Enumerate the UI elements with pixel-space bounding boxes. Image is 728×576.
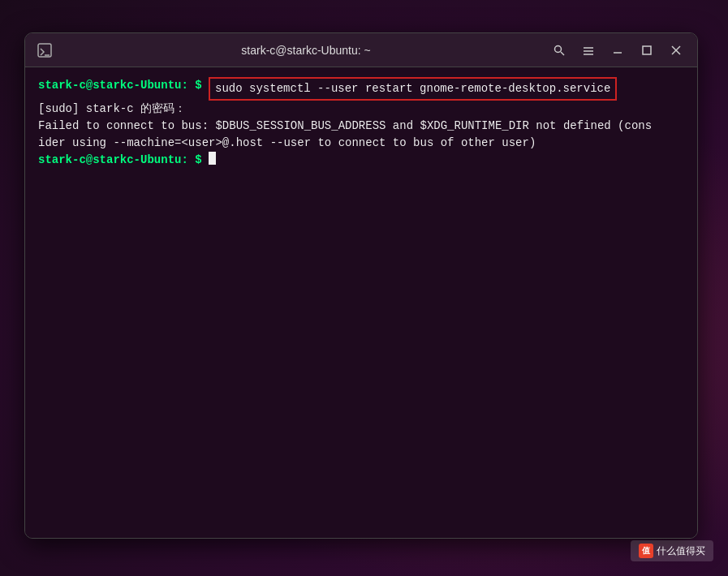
watermark: 值 什么值得买 <box>631 540 713 561</box>
command-line-1: stark-c@starkc-Ubuntu: $ sudo systemctl … <box>38 77 684 101</box>
error-line-2: ider using --machine=<user>@.host --user… <box>38 135 684 152</box>
prompt-1: stark-c@starkc-Ubuntu: $ <box>38 77 202 94</box>
menu-button[interactable] <box>575 39 601 62</box>
error-text-1: Failed to connect to bus: $DBUS_SESSION_… <box>38 119 652 132</box>
prompt-2: stark-c@starkc-Ubuntu: $ <box>38 152 202 169</box>
title-bar-left <box>33 39 66 62</box>
window-title: stark-c@starkc-Ubuntu: ~ <box>66 44 546 57</box>
cursor <box>209 152 216 165</box>
svg-point-2 <box>555 45 562 52</box>
search-button[interactable] <box>546 39 572 62</box>
close-button[interactable] <box>663 39 689 62</box>
command-highlight: sudo systemctl --user restart gnome-remo… <box>209 77 617 101</box>
terminal-body[interactable]: stark-c@starkc-Ubuntu: $ sudo systemctl … <box>25 67 697 538</box>
svg-line-3 <box>561 52 564 55</box>
error-line-1: Failed to connect to bus: $DBUS_SESSION_… <box>38 118 684 135</box>
command-line-2: stark-c@starkc-Ubuntu: $ <box>38 152 684 169</box>
error-text-2: ider using --machine=<user>@.host --user… <box>38 136 536 149</box>
sudo-prompt-text: [sudo] stark-c 的密码： <box>38 102 186 115</box>
sudo-prompt-line: [sudo] stark-c 的密码： <box>38 101 684 118</box>
minimize-button[interactable] <box>605 39 631 62</box>
watermark-icon: 值 <box>639 544 653 558</box>
svg-rect-8 <box>643 46 651 54</box>
terminal-window: stark-c@starkc-Ubuntu: ~ <box>24 32 698 539</box>
maximize-button[interactable] <box>634 39 660 62</box>
desktop-background: stark-c@starkc-Ubuntu: ~ <box>0 0 728 576</box>
title-bar: stark-c@starkc-Ubuntu: ~ <box>25 33 697 67</box>
watermark-text: 什么值得买 <box>657 544 705 558</box>
title-bar-controls <box>546 39 689 62</box>
terminal-icon <box>33 39 56 62</box>
